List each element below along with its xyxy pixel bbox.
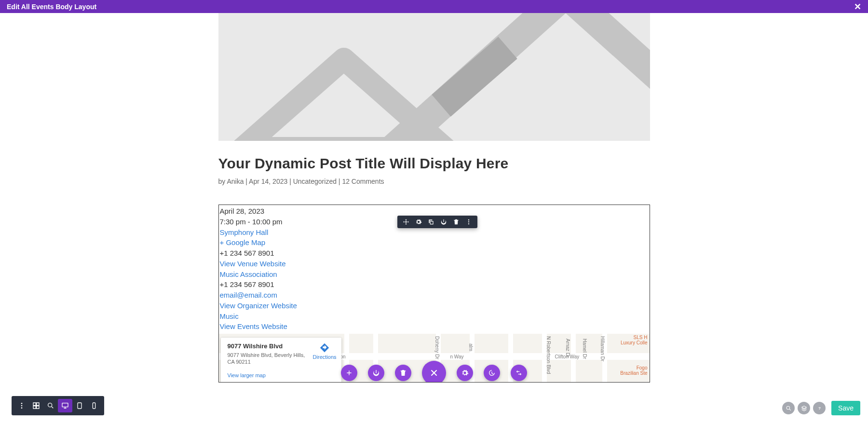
- directions-link[interactable]: Directions: [313, 342, 337, 360]
- events-module[interactable]: April 28, 2023 7:30 pm - 10:00 pm Sympho…: [218, 205, 650, 383]
- post-comments: 12 Comments: [342, 178, 384, 185]
- header-bar: Edit All Events Body Layout ✕: [0, 0, 868, 13]
- organizer-phone: +1 234 567 8901: [220, 279, 650, 290]
- map-poi: Fogo Brazilian Ste: [620, 365, 647, 376]
- add-button[interactable]: [341, 365, 357, 381]
- svg-point-3: [468, 223, 469, 224]
- post-category: Uncategorized: [293, 178, 337, 185]
- view-larger-map-link[interactable]: View larger map: [228, 372, 335, 378]
- power-icon[interactable]: [440, 218, 448, 226]
- street-label: Doheny Dr: [434, 336, 440, 359]
- organizer-email-link[interactable]: email@email.com: [220, 291, 277, 299]
- move-icon[interactable]: [402, 218, 410, 226]
- organizer-name-link[interactable]: Music Association: [220, 270, 277, 278]
- venue-website-link[interactable]: View Venue Website: [220, 260, 286, 268]
- close-button[interactable]: [422, 361, 446, 382]
- delete-button[interactable]: [395, 365, 411, 381]
- floating-actions: [341, 361, 527, 382]
- gear-icon[interactable]: [415, 218, 422, 226]
- history-button[interactable]: [484, 365, 500, 381]
- svg-point-1: [468, 219, 469, 220]
- more-icon[interactable]: [465, 218, 473, 226]
- post-date: Apr 14, 2023: [249, 178, 287, 185]
- map-poi: SLS H Luxury Colle: [621, 335, 648, 345]
- hero-image-placeholder: [218, 13, 650, 141]
- duplicate-icon[interactable]: [427, 218, 435, 226]
- street-label: n Way: [450, 354, 464, 359]
- content-column: Your Dynamic Post Title Will Display Her…: [218, 13, 650, 383]
- module-toolbar: [397, 216, 477, 228]
- map-embed[interactable]: Doheny Dr alm N Robertson Blvd Arnaz Dr …: [219, 334, 650, 382]
- events-website-link[interactable]: View Events Website: [220, 322, 287, 330]
- google-map-link[interactable]: + Google Map: [220, 238, 266, 246]
- venue-phone: +1 234 567 8901: [220, 248, 650, 259]
- organizer-website-link[interactable]: View Organizer Website: [220, 301, 297, 310]
- settings-button[interactable]: [457, 365, 473, 381]
- street-label: N Robertson Blvd: [546, 336, 551, 374]
- post-author: Anika: [227, 178, 244, 185]
- swap-button[interactable]: [511, 365, 527, 381]
- map-info-card: 9077 Wilshire Blvd 9077 Wilshire Blvd, B…: [221, 338, 341, 382]
- close-icon[interactable]: ✕: [854, 1, 861, 12]
- venue-name-link[interactable]: Symphony Hall: [220, 228, 269, 236]
- trash-icon[interactable]: [452, 218, 460, 226]
- event-category-link[interactable]: Music: [220, 312, 239, 320]
- street-label: Hamel Dr: [582, 339, 587, 359]
- street-label: Hillaman Dr: [600, 336, 605, 361]
- page-title: Edit All Events Body Layout: [7, 3, 96, 11]
- street-label: Clifton Way: [555, 354, 580, 359]
- post-meta: by Anika | Apr 14, 2023 | Uncategorized …: [218, 178, 650, 185]
- power-button[interactable]: [368, 365, 384, 381]
- event-date: April 28, 2023: [220, 206, 650, 217]
- street-label: alm: [468, 343, 474, 351]
- post-title: Your Dynamic Post Title Will Display Her…: [218, 155, 650, 172]
- svg-point-2: [468, 221, 469, 222]
- editor-canvas: Your Dynamic Post Title Will Display Her…: [0, 13, 868, 383]
